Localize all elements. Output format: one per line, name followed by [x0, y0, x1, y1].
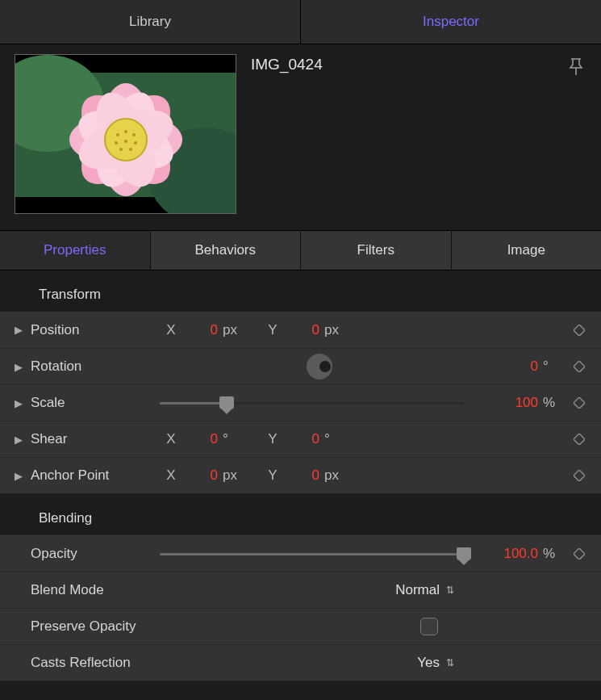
axis-y: Y	[261, 322, 284, 338]
svg-rect-24	[574, 361, 585, 372]
unit: px	[324, 322, 348, 338]
disclosure-icon[interactable]: ▶	[15, 324, 31, 336]
shear-x-value[interactable]: 0	[211, 431, 223, 447]
scale-value[interactable]: 100	[515, 395, 543, 411]
asset-thumbnail[interactable]	[15, 54, 236, 214]
unit: °	[543, 358, 567, 375]
svg-rect-28	[574, 548, 585, 560]
pin-icon[interactable]	[569, 57, 583, 81]
subtab-behaviors[interactable]: Behaviors	[150, 231, 301, 270]
svg-point-21	[129, 148, 132, 151]
keyframe-icon[interactable]	[567, 470, 591, 481]
svg-rect-25	[574, 397, 585, 409]
label-rotation: Rotation	[31, 358, 160, 375]
svg-point-17	[132, 133, 136, 136]
label-opacity: Opacity	[31, 546, 160, 562]
svg-point-18	[115, 141, 118, 145]
svg-rect-27	[574, 470, 585, 481]
unit: °	[223, 431, 247, 447]
tab-library[interactable]: Library	[0, 0, 300, 44]
preserve-opacity-checkbox[interactable]	[420, 618, 438, 635]
unit: px	[324, 467, 348, 484]
svg-rect-23	[574, 325, 585, 336]
rotation-value[interactable]: 0	[531, 358, 543, 375]
scale-slider[interactable]	[160, 395, 464, 411]
unit: %	[543, 546, 567, 562]
keyframe-icon[interactable]	[567, 434, 591, 445]
position-x-value[interactable]: 0	[211, 322, 223, 338]
opacity-slider[interactable]	[160, 546, 464, 562]
axis-y: Y	[261, 431, 284, 447]
svg-point-19	[134, 141, 137, 145]
keyframe-icon[interactable]	[567, 397, 591, 409]
section-title-transform: Transform	[0, 287, 601, 311]
row-position: ▶ Position X 0 px Y 0 px	[0, 312, 601, 348]
svg-point-16	[124, 130, 127, 133]
row-casts-reflection: ▶ Casts Reflection Yes ⇅ -	[0, 644, 601, 681]
shear-y-value[interactable]: 0	[312, 431, 324, 447]
updown-caret-icon: ⇅	[446, 659, 454, 667]
position-y-value[interactable]: 0	[312, 322, 324, 338]
unit: px	[223, 467, 247, 484]
casts-reflection-popup[interactable]: Yes ⇅	[417, 655, 454, 671]
row-scale: ▶ Scale 100 %	[0, 384, 601, 421]
rotation-dial[interactable]	[307, 354, 332, 379]
disclosure-icon[interactable]: ▶	[15, 434, 31, 446]
row-shear: ▶ Shear X 0 ° Y 0 °	[0, 421, 601, 457]
keyframe-icon[interactable]	[567, 325, 591, 336]
blend-mode-value: Normal	[395, 582, 440, 598]
label-blend-mode: Blend Mode	[31, 582, 160, 598]
section-title-blending: Blending	[0, 510, 601, 534]
unit: %	[543, 395, 567, 411]
label-anchor-point: Anchor Point	[31, 467, 160, 484]
updown-caret-icon: ⇅	[446, 586, 454, 594]
axis-x: X	[160, 467, 182, 484]
svg-point-15	[116, 133, 119, 136]
row-rotation: ▶ Rotation 0 °	[0, 348, 601, 384]
svg-rect-26	[574, 434, 585, 445]
disclosure-icon[interactable]: ▶	[15, 470, 31, 482]
svg-point-20	[119, 148, 123, 151]
axis-x: X	[160, 322, 182, 338]
tab-inspector[interactable]: Inspector	[300, 0, 601, 44]
label-shear: Shear	[31, 431, 160, 447]
subtab-properties[interactable]: Properties	[0, 231, 150, 270]
keyframe-icon[interactable]	[567, 548, 591, 560]
row-blend-mode: ▶ Blend Mode Normal ⇅ -	[0, 572, 601, 608]
label-preserve-opacity: Preserve Opacity	[31, 618, 160, 635]
row-anchor-point: ▶ Anchor Point X 0 px Y 0 px	[0, 457, 601, 493]
casts-reflection-value: Yes	[417, 655, 440, 671]
row-opacity: ▶ Opacity 100.0 %	[0, 535, 601, 572]
axis-y: Y	[261, 467, 284, 484]
label-scale: Scale	[31, 395, 160, 411]
label-position: Position	[31, 322, 160, 338]
asset-name: IMG_0424	[251, 54, 323, 73]
blend-mode-popup[interactable]: Normal ⇅	[395, 582, 454, 598]
unit: px	[223, 322, 247, 338]
subtab-filters[interactable]: Filters	[300, 231, 451, 270]
disclosure-icon[interactable]: ▶	[15, 397, 31, 409]
svg-point-22	[124, 140, 127, 143]
anchor-y-value[interactable]: 0	[312, 467, 324, 484]
subtab-image[interactable]: Image	[451, 231, 602, 270]
anchor-x-value[interactable]: 0	[211, 467, 223, 484]
label-casts-reflection: Casts Reflection	[31, 655, 160, 671]
axis-x: X	[160, 431, 182, 447]
row-preserve-opacity: ▶ Preserve Opacity -	[0, 608, 601, 644]
unit: °	[324, 431, 348, 447]
disclosure-icon[interactable]: ▶	[15, 361, 31, 373]
keyframe-icon[interactable]	[567, 361, 591, 372]
opacity-value[interactable]: 100.0	[503, 546, 543, 562]
